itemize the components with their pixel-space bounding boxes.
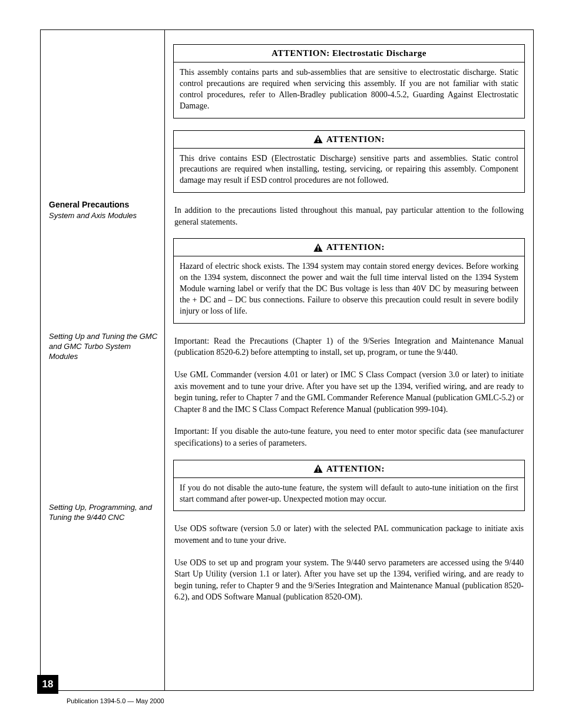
svg-point-1 — [318, 141, 319, 142]
attention-heading-text: ATTENTION: — [326, 464, 385, 474]
alert-icon — [313, 135, 323, 143]
sidebar-heading-general-precautions: General Precautions System and Axis Modu… — [49, 200, 158, 221]
body-paragraph: Important: If you disable the auto-tune … — [174, 426, 524, 449]
alert-icon — [313, 465, 323, 473]
body-paragraph: Important: Read the Precautions (Chapter… — [174, 335, 524, 358]
attention-heading-text: ATTENTION: — [326, 242, 385, 252]
running-footer: Publication 1394-5.0 — May 2000 — [67, 697, 164, 704]
alert-icon — [313, 243, 323, 252]
attention-body: This drive contains ESD (Electrostatic D… — [174, 149, 524, 193]
body-paragraph: In addition to the precautions listed th… — [174, 205, 524, 228]
svg-point-3 — [318, 249, 319, 251]
body-paragraph: Use ODS to set up and program your syste… — [174, 557, 524, 603]
attention-heading: ATTENTION: Electrostatic Discharge — [174, 45, 524, 62]
sidebar-heading-gmc: Setting Up and Tuning the GMC and GMC Tu… — [49, 332, 158, 362]
page-number-badge: 18 — [37, 675, 58, 694]
page: General Precautions System and Axis Modu… — [0, 0, 562, 728]
sidebar-heading-9440: Setting Up, Programming, and Tuning the … — [49, 503, 158, 523]
svg-rect-2 — [318, 246, 319, 249]
attention-heading-text: ATTENTION: Electrostatic Discharge — [272, 48, 427, 58]
attention-body: If you do not disable the auto-tune feat… — [174, 478, 524, 511]
sidebar-subtitle: Setting Up and Tuning the GMC and GMC Tu… — [49, 332, 158, 362]
sidebar-subtitle: System and Axis Modules — [49, 211, 158, 221]
attention-box-esd-1: ATTENTION: Electrostatic Discharge This … — [173, 44, 525, 118]
svg-rect-4 — [318, 467, 319, 470]
attention-heading: ATTENTION: — [174, 131, 524, 149]
page-frame: General Precautions System and Axis Modu… — [40, 29, 534, 691]
attention-box-autotune: ATTENTION: If you do not disable the aut… — [173, 460, 525, 512]
svg-rect-0 — [318, 137, 319, 140]
attention-body: Hazard of electric shock exists. The 139… — [174, 256, 524, 322]
main-column: ATTENTION: Electrostatic Discharge This … — [173, 44, 525, 682]
body-paragraph: Use ODS software (version 5.0 or later) … — [174, 523, 524, 546]
sidebar-subtitle: Setting Up, Programming, and Tuning the … — [49, 503, 158, 523]
column-divider — [164, 30, 165, 690]
sidebar-title: General Precautions — [49, 200, 158, 209]
attention-heading: ATTENTION: — [174, 239, 524, 256]
attention-heading-text: ATTENTION: — [326, 134, 385, 144]
body-paragraph: Use GML Commander (version 4.01 or later… — [174, 369, 524, 415]
attention-body: This assembly contains parts and sub-ass… — [174, 62, 524, 118]
attention-box-shock: ATTENTION: Hazard of electric shock exis… — [173, 238, 525, 323]
attention-heading: ATTENTION: — [174, 460, 524, 478]
attention-box-esd-2: ATTENTION: This drive contains ESD (Elec… — [173, 130, 525, 193]
page-number: 18 — [42, 678, 54, 690]
svg-point-5 — [318, 470, 319, 472]
